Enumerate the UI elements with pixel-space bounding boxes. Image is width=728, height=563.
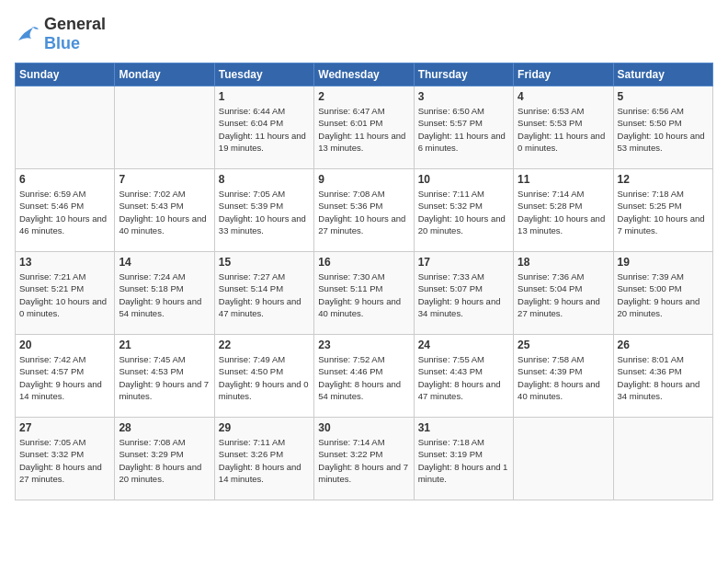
calendar-cell: 2Sunrise: 6:47 AM Sunset: 6:01 PM Daylig… [314, 86, 414, 169]
day-info: Sunrise: 6:44 AM Sunset: 6:04 PM Dayligh… [219, 105, 310, 154]
logo-icon [15, 24, 40, 44]
day-info: Sunrise: 7:24 AM Sunset: 5:18 PM Dayligh… [119, 270, 210, 319]
calendar-cell: 15Sunrise: 7:27 AM Sunset: 5:14 PM Dayli… [214, 252, 313, 335]
calendar-cell: 11Sunrise: 7:14 AM Sunset: 5:28 PM Dayli… [514, 169, 613, 252]
day-info: Sunrise: 7:05 AM Sunset: 5:39 PM Dayligh… [219, 188, 310, 236]
day-number: 11 [518, 173, 609, 186]
day-number: 4 [518, 90, 609, 103]
day-number: 2 [318, 90, 409, 103]
calendar-header-row: SundayMondayTuesdayWednesdayThursdayFrid… [16, 63, 713, 86]
day-info: Sunrise: 7:14 AM Sunset: 5:28 PM Dayligh… [518, 188, 609, 236]
calendar-cell: 3Sunrise: 6:50 AM Sunset: 5:57 PM Daylig… [414, 86, 513, 169]
day-info: Sunrise: 7:39 AM Sunset: 5:00 PM Dayligh… [618, 270, 709, 319]
day-info: Sunrise: 7:18 AM Sunset: 5:25 PM Dayligh… [618, 188, 709, 236]
calendar-cell: 22Sunrise: 7:49 AM Sunset: 4:50 PM Dayli… [214, 335, 313, 418]
calendar-cell: 19Sunrise: 7:39 AM Sunset: 5:00 PM Dayli… [613, 252, 712, 335]
day-info: Sunrise: 7:05 AM Sunset: 3:32 PM Dayligh… [19, 436, 110, 485]
day-info: Sunrise: 7:49 AM Sunset: 4:50 PM Dayligh… [219, 353, 310, 402]
calendar-cell: 27Sunrise: 7:05 AM Sunset: 3:32 PM Dayli… [16, 418, 115, 500]
day-number: 19 [618, 256, 709, 269]
day-info: Sunrise: 7:52 AM Sunset: 4:46 PM Dayligh… [318, 353, 409, 402]
day-number: 3 [418, 90, 509, 103]
calendar-cell: 10Sunrise: 7:11 AM Sunset: 5:32 PM Dayli… [414, 169, 513, 252]
weekday-header: Wednesday [314, 63, 414, 86]
day-number: 30 [318, 421, 409, 434]
day-number: 7 [119, 173, 210, 186]
day-number: 23 [318, 339, 409, 351]
day-number: 8 [219, 173, 310, 186]
day-info: Sunrise: 6:56 AM Sunset: 5:50 PM Dayligh… [618, 105, 709, 154]
day-info: Sunrise: 6:53 AM Sunset: 5:53 PM Dayligh… [518, 105, 609, 154]
calendar-cell: 7Sunrise: 7:02 AM Sunset: 5:43 PM Daylig… [115, 169, 214, 252]
calendar-cell: 4Sunrise: 6:53 AM Sunset: 5:53 PM Daylig… [514, 86, 613, 169]
day-info: Sunrise: 7:27 AM Sunset: 5:14 PM Dayligh… [219, 270, 310, 319]
calendar-week-row: 27Sunrise: 7:05 AM Sunset: 3:32 PM Dayli… [16, 418, 713, 500]
day-number: 9 [318, 173, 409, 186]
weekday-header: Thursday [414, 63, 513, 86]
calendar-cell: 20Sunrise: 7:42 AM Sunset: 4:57 PM Dayli… [16, 335, 115, 418]
day-number: 10 [418, 173, 509, 186]
day-number: 21 [119, 339, 210, 351]
calendar-week-row: 13Sunrise: 7:21 AM Sunset: 5:21 PM Dayli… [16, 252, 713, 335]
calendar-cell: 29Sunrise: 7:11 AM Sunset: 3:26 PM Dayli… [214, 418, 313, 500]
day-number: 26 [618, 339, 709, 351]
calendar-cell: 16Sunrise: 7:30 AM Sunset: 5:11 PM Dayli… [314, 252, 414, 335]
calendar-cell: 1Sunrise: 6:44 AM Sunset: 6:04 PM Daylig… [214, 86, 313, 169]
calendar-cell: 6Sunrise: 6:59 AM Sunset: 5:46 PM Daylig… [16, 169, 115, 252]
calendar-cell: 12Sunrise: 7:18 AM Sunset: 5:25 PM Dayli… [613, 169, 712, 252]
calendar-cell [16, 86, 115, 169]
calendar-week-row: 1Sunrise: 6:44 AM Sunset: 6:04 PM Daylig… [16, 86, 713, 169]
day-info: Sunrise: 7:55 AM Sunset: 4:43 PM Dayligh… [418, 353, 509, 402]
day-info: Sunrise: 7:14 AM Sunset: 3:22 PM Dayligh… [318, 436, 409, 485]
weekday-header: Tuesday [214, 63, 313, 86]
calendar-cell: 26Sunrise: 8:01 AM Sunset: 4:36 PM Dayli… [613, 335, 712, 418]
calendar-cell: 13Sunrise: 7:21 AM Sunset: 5:21 PM Dayli… [16, 252, 115, 335]
day-number: 6 [19, 173, 110, 186]
day-number: 5 [618, 90, 709, 103]
day-number: 20 [19, 339, 110, 351]
day-info: Sunrise: 7:30 AM Sunset: 5:11 PM Dayligh… [318, 270, 409, 319]
day-info: Sunrise: 7:11 AM Sunset: 5:32 PM Dayligh… [418, 188, 509, 236]
day-info: Sunrise: 7:08 AM Sunset: 3:29 PM Dayligh… [119, 436, 210, 485]
calendar-cell: 21Sunrise: 7:45 AM Sunset: 4:53 PM Dayli… [115, 335, 214, 418]
day-number: 12 [618, 173, 709, 186]
calendar-cell [115, 86, 214, 169]
calendar-cell: 9Sunrise: 7:08 AM Sunset: 5:36 PM Daylig… [314, 169, 414, 252]
calendar-table: SundayMondayTuesdayWednesdayThursdayFrid… [15, 63, 713, 500]
calendar-cell: 8Sunrise: 7:05 AM Sunset: 5:39 PM Daylig… [214, 169, 313, 252]
calendar-cell: 28Sunrise: 7:08 AM Sunset: 3:29 PM Dayli… [115, 418, 214, 500]
day-number: 18 [518, 256, 609, 269]
day-info: Sunrise: 7:42 AM Sunset: 4:57 PM Dayligh… [19, 353, 110, 402]
logo: General Blue [15, 15, 106, 53]
calendar-cell: 23Sunrise: 7:52 AM Sunset: 4:46 PM Dayli… [314, 335, 414, 418]
day-number: 15 [219, 256, 310, 269]
day-number: 16 [318, 256, 409, 269]
calendar-cell: 18Sunrise: 7:36 AM Sunset: 5:04 PM Dayli… [514, 252, 613, 335]
day-number: 14 [119, 256, 210, 269]
calendar-cell: 5Sunrise: 6:56 AM Sunset: 5:50 PM Daylig… [613, 86, 712, 169]
day-number: 31 [418, 421, 509, 434]
calendar-cell [613, 418, 712, 500]
day-info: Sunrise: 7:11 AM Sunset: 3:26 PM Dayligh… [219, 436, 310, 485]
calendar-week-row: 6Sunrise: 6:59 AM Sunset: 5:46 PM Daylig… [16, 169, 713, 252]
day-number: 25 [518, 339, 609, 351]
calendar-cell: 24Sunrise: 7:55 AM Sunset: 4:43 PM Dayli… [414, 335, 513, 418]
day-number: 1 [219, 90, 310, 103]
day-number: 29 [219, 421, 310, 434]
calendar-week-row: 20Sunrise: 7:42 AM Sunset: 4:57 PM Dayli… [16, 335, 713, 418]
day-info: Sunrise: 7:33 AM Sunset: 5:07 PM Dayligh… [418, 270, 509, 319]
day-number: 13 [19, 256, 110, 269]
calendar-cell: 31Sunrise: 7:18 AM Sunset: 3:19 PM Dayli… [414, 418, 513, 500]
weekday-header: Saturday [613, 63, 712, 86]
day-info: Sunrise: 7:36 AM Sunset: 5:04 PM Dayligh… [518, 270, 609, 319]
day-number: 17 [418, 256, 509, 269]
day-number: 28 [119, 421, 210, 434]
calendar-cell: 30Sunrise: 7:14 AM Sunset: 3:22 PM Dayli… [314, 418, 414, 500]
logo-text: General Blue [44, 15, 106, 53]
day-info: Sunrise: 7:21 AM Sunset: 5:21 PM Dayligh… [19, 270, 110, 319]
calendar-cell: 25Sunrise: 7:58 AM Sunset: 4:39 PM Dayli… [514, 335, 613, 418]
day-info: Sunrise: 7:58 AM Sunset: 4:39 PM Dayligh… [518, 353, 609, 402]
day-info: Sunrise: 6:47 AM Sunset: 6:01 PM Dayligh… [318, 105, 409, 154]
weekday-header: Sunday [16, 63, 115, 86]
day-number: 27 [19, 421, 110, 434]
